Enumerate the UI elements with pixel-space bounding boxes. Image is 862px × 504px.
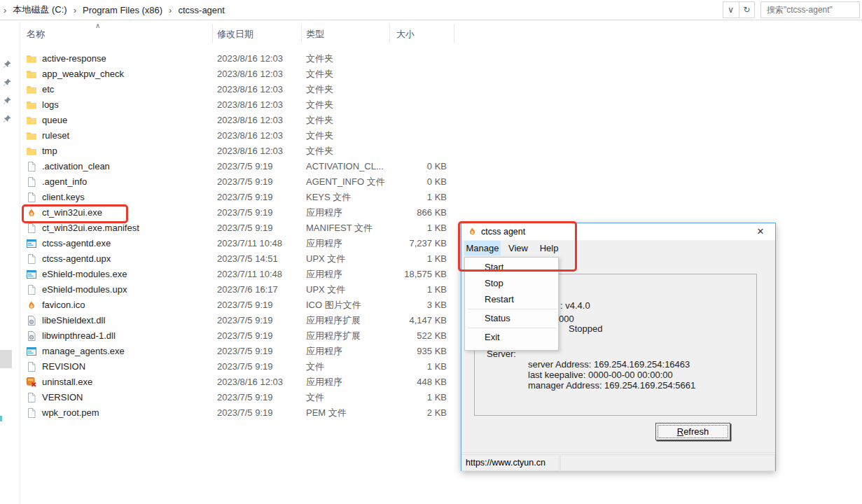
refresh-icon[interactable]: ↻ bbox=[739, 2, 755, 18]
file-row[interactable]: etc2023/8/16 12:03文件夹 bbox=[21, 82, 455, 97]
folder-icon bbox=[26, 146, 37, 157]
explorer-window: ›本地磁盘 (C:)›Program Files (x86)›ctcss-age… bbox=[0, 0, 862, 504]
file-date: 2023/7/5 9:19 bbox=[217, 344, 273, 359]
file-size: 0 KB bbox=[357, 159, 447, 174]
file-row[interactable]: ruleset2023/8/16 12:03文件夹 bbox=[21, 128, 455, 144]
file-row[interactable]: ctcss-agentd.exe2023/7/11 10:48应用程序7,237… bbox=[21, 236, 455, 251]
exe-icon bbox=[26, 269, 37, 280]
statusbar-url: https://www.ctyun.cn bbox=[461, 454, 559, 471]
dialog-titlebar[interactable]: ctcss agent ✕ bbox=[461, 223, 775, 240]
file-type: UPX 文件 bbox=[306, 282, 345, 298]
refresh-button-label: Refresh bbox=[658, 425, 728, 438]
flame-icon bbox=[26, 300, 37, 311]
menu-help[interactable]: Help bbox=[536, 241, 562, 255]
file-date: 2023/7/5 9:19 bbox=[217, 220, 273, 236]
file-row[interactable]: client.keys2023/7/5 9:19KEYS 文件1 KB bbox=[21, 190, 455, 205]
close-icon[interactable]: ✕ bbox=[751, 225, 770, 239]
file-icon bbox=[26, 284, 37, 295]
file-date: 2023/8/16 12:03 bbox=[217, 97, 283, 113]
file-type: 文件夹 bbox=[306, 97, 333, 113]
file-name: favicon.ico bbox=[42, 298, 85, 313]
file-row[interactable]: libeShieldext.dll2023/7/5 9:19应用程序扩展4,14… bbox=[21, 313, 455, 328]
file-date: 2023/7/11 10:48 bbox=[217, 267, 282, 282]
file-date: 2023/7/5 9:19 bbox=[217, 359, 273, 374]
file-type: PEM 文件 bbox=[306, 405, 347, 421]
file-date: 2023/7/5 9:19 bbox=[217, 405, 273, 421]
file-row[interactable]: .agent_info2023/7/5 9:19AGENT_INFO 文件0 K… bbox=[21, 174, 455, 190]
menu-item-stop[interactable]: Stop bbox=[466, 276, 557, 291]
file-row[interactable]: .activation_clean2023/7/5 9:19ACTIVATION… bbox=[21, 159, 455, 174]
file-name: ct_win32ui.exe bbox=[42, 205, 102, 220]
folder-icon bbox=[26, 84, 37, 95]
file-type: 文件夹 bbox=[306, 144, 333, 159]
file-row[interactable]: logs2023/8/16 12:03文件夹 bbox=[21, 97, 455, 113]
file-row[interactable]: REVISION2023/7/5 9:19文件1 KB bbox=[21, 359, 455, 374]
file-name: ctcss-agentd.exe bbox=[42, 236, 111, 251]
menu-item-start[interactable]: Start bbox=[466, 260, 557, 275]
file-date: 2023/8/16 12:03 bbox=[217, 113, 283, 128]
file-name: libwinpthread-1.dll bbox=[42, 328, 116, 344]
file-date: 2023/8/16 12:03 bbox=[217, 128, 283, 144]
file-date: 2023/7/5 9:19 bbox=[217, 313, 273, 328]
file-size: 1 KB bbox=[357, 220, 447, 236]
file-type: 文件夹 bbox=[306, 113, 333, 128]
file-row[interactable]: wpk_root.pem2023/7/5 9:19PEM 文件2 KB bbox=[21, 405, 455, 421]
file-row[interactable]: tmp2023/8/16 12:03文件夹 bbox=[21, 144, 455, 159]
menu-item-exit[interactable]: Exit bbox=[466, 330, 557, 345]
dialog-statusbar: https://www.ctyun.cn bbox=[461, 452, 775, 471]
file-date: 2023/7/5 9:19 bbox=[217, 390, 273, 405]
uninstall-icon bbox=[26, 377, 37, 388]
file-row[interactable]: active-response2023/8/16 12:03文件夹 bbox=[21, 51, 455, 66]
file-list: active-response2023/8/16 12:03文件夹app_wea… bbox=[0, 0, 462, 504]
file-row[interactable]: manage_agents.exe2023/7/5 9:19应用程序935 KB bbox=[21, 344, 455, 359]
file-date: 2023/8/16 12:03 bbox=[217, 374, 283, 390]
file-date: 2023/7/5 9:19 bbox=[217, 298, 273, 313]
exe-icon bbox=[26, 346, 37, 357]
chevron-down-icon[interactable]: ∨ bbox=[723, 2, 739, 18]
file-type: 应用程序 bbox=[306, 344, 342, 359]
menu-view[interactable]: View bbox=[505, 241, 531, 255]
file-size: 4,147 KB bbox=[357, 313, 447, 328]
file-type: 文件 bbox=[306, 390, 324, 405]
file-size: 1 KB bbox=[357, 390, 447, 405]
file-name: ctcss-agentd.upx bbox=[42, 251, 111, 267]
file-row[interactable]: VERSION2023/7/5 9:19文件1 KB bbox=[21, 390, 455, 405]
file-type: UPX 文件 bbox=[306, 251, 345, 267]
dialog-menubar: Manage View Help bbox=[461, 240, 775, 256]
file-icon bbox=[26, 253, 37, 265]
dialog-title: ctcss agent bbox=[481, 227, 525, 237]
file-date: 2023/7/5 9:19 bbox=[217, 174, 273, 190]
file-type: 应用程序 bbox=[306, 374, 342, 390]
file-name: app_weakpw_check bbox=[42, 66, 124, 82]
menu-separator bbox=[468, 309, 557, 309]
file-row[interactable]: queue2023/8/16 12:03文件夹 bbox=[21, 113, 455, 128]
file-type: 应用程序扩展 bbox=[306, 328, 361, 344]
file-row[interactable]: eShield-modules.exe2023/7/11 10:48应用程序18… bbox=[21, 267, 455, 282]
file-type: 文件夹 bbox=[306, 51, 333, 66]
file-row[interactable]: eShield-modules.upx2023/7/6 16:17UPX 文件1… bbox=[21, 282, 455, 298]
refresh-button[interactable]: Refresh bbox=[655, 423, 730, 440]
menu-manage[interactable]: Manage bbox=[464, 241, 501, 255]
manage-menu-dropdown: StartStopRestartStatusExit bbox=[464, 257, 559, 351]
file-icon bbox=[26, 223, 37, 234]
file-name: REVISION bbox=[42, 359, 85, 374]
menu-item-status[interactable]: Status bbox=[466, 311, 557, 326]
file-icon bbox=[26, 192, 37, 203]
file-size: 1 KB bbox=[357, 359, 447, 374]
file-size: 0 KB bbox=[357, 174, 447, 190]
file-size: 18,575 KB bbox=[357, 267, 447, 282]
folder-icon bbox=[26, 53, 37, 64]
file-row[interactable]: ct_win32ui.exe2023/7/5 9:19应用程序866 KB bbox=[21, 205, 455, 220]
file-name: queue bbox=[42, 113, 67, 128]
file-row[interactable]: uninstall.exe2023/8/16 12:03应用程序448 KB bbox=[21, 374, 455, 390]
file-icon bbox=[26, 392, 37, 403]
file-row[interactable]: ctcss-agentd.upx2023/7/5 14:51UPX 文件1 KB bbox=[21, 251, 455, 267]
menu-item-restart[interactable]: Restart bbox=[466, 292, 557, 307]
file-row[interactable]: app_weakpw_check2023/8/16 12:03文件夹 bbox=[21, 66, 455, 82]
file-name: logs bbox=[42, 97, 59, 113]
file-row[interactable]: libwinpthread-1.dll2023/7/5 9:19应用程序扩展52… bbox=[21, 328, 455, 344]
file-row[interactable]: favicon.ico2023/7/5 9:19ICO 图片文件3 KB bbox=[21, 298, 455, 313]
file-size: 866 KB bbox=[357, 205, 447, 220]
search-input[interactable]: 搜索"ctcss-agent" bbox=[760, 1, 860, 18]
file-row[interactable]: ct_win32ui.exe.manifest2023/7/5 9:19MANI… bbox=[21, 220, 455, 236]
